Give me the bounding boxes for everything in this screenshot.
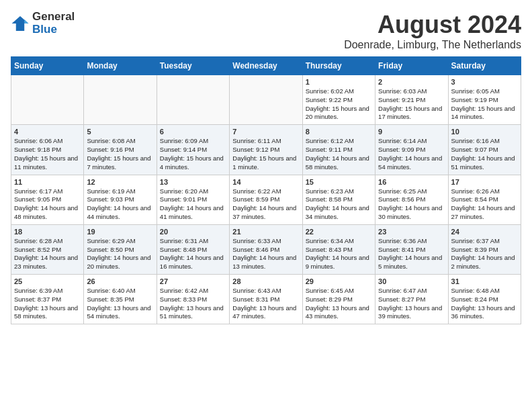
day-cell	[157, 75, 229, 125]
day-number: 27	[160, 277, 226, 285]
day-info: Sunrise: 6:37 AM Sunset: 8:39 PM Dayligh…	[451, 237, 518, 271]
day-info: Sunrise: 6:45 AM Sunset: 8:29 PM Dayligh…	[306, 287, 372, 321]
title-area: August 2024 Doenrade, Limburg, The Nethe…	[344, 11, 521, 51]
calendar-header: SundayMondayTuesdayWednesdayThursdayFrid…	[11, 57, 521, 75]
day-cell: 5Sunrise: 6:08 AM Sunset: 9:16 PM Daylig…	[84, 125, 157, 175]
day-cell: 8Sunrise: 6:12 AM Sunset: 9:11 PM Daylig…	[302, 125, 375, 175]
day-cell: 12Sunrise: 6:19 AM Sunset: 9:03 PM Dayli…	[84, 175, 157, 224]
day-cell: 17Sunrise: 6:26 AM Sunset: 8:54 PM Dayli…	[448, 175, 521, 224]
week-row-3: 11Sunrise: 6:17 AM Sunset: 9:05 PM Dayli…	[11, 175, 521, 224]
header-row: SundayMondayTuesdayWednesdayThursdayFrid…	[11, 57, 521, 75]
day-cell: 28Sunrise: 6:43 AM Sunset: 8:31 PM Dayli…	[230, 275, 302, 324]
day-number: 5	[87, 128, 153, 136]
day-cell	[230, 75, 302, 125]
page-header: General Blue August 2024 Doenrade, Limbu…	[11, 11, 521, 51]
day-info: Sunrise: 6:03 AM Sunset: 9:21 PM Dayligh…	[378, 87, 445, 122]
day-info: Sunrise: 6:40 AM Sunset: 8:35 PM Dayligh…	[87, 287, 153, 321]
header-cell-saturday: Saturday	[448, 57, 521, 75]
day-cell: 16Sunrise: 6:25 AM Sunset: 8:56 PM Dayli…	[375, 175, 448, 224]
day-info: Sunrise: 6:06 AM Sunset: 9:18 PM Dayligh…	[14, 137, 81, 171]
day-cell: 21Sunrise: 6:33 AM Sunset: 8:46 PM Dayli…	[230, 224, 302, 274]
day-info: Sunrise: 6:20 AM Sunset: 9:01 PM Dayligh…	[160, 187, 226, 222]
day-number: 6	[160, 128, 226, 136]
logo-general-text: General	[32, 11, 75, 24]
main-title: August 2024	[344, 11, 521, 39]
calendar-body: 1Sunrise: 6:02 AM Sunset: 9:22 PM Daylig…	[11, 75, 521, 324]
day-number: 26	[87, 277, 153, 285]
day-info: Sunrise: 6:11 AM Sunset: 9:12 PM Dayligh…	[232, 137, 299, 171]
day-cell: 23Sunrise: 6:36 AM Sunset: 8:41 PM Dayli…	[375, 224, 448, 274]
day-number: 17	[451, 178, 518, 186]
day-info: Sunrise: 6:26 AM Sunset: 8:54 PM Dayligh…	[451, 187, 518, 222]
day-number: 22	[306, 228, 372, 236]
day-number: 15	[306, 178, 372, 186]
week-row-1: 1Sunrise: 6:02 AM Sunset: 9:22 PM Daylig…	[11, 75, 521, 125]
day-number: 18	[14, 228, 81, 236]
header-cell-thursday: Thursday	[302, 57, 375, 75]
header-cell-tuesday: Tuesday	[157, 57, 229, 75]
day-number: 3	[451, 78, 518, 86]
logo-blue-text: Blue	[32, 24, 75, 36]
day-info: Sunrise: 6:22 AM Sunset: 8:59 PM Dayligh…	[232, 187, 299, 222]
day-cell: 26Sunrise: 6:40 AM Sunset: 8:35 PM Dayli…	[84, 275, 157, 324]
day-cell	[84, 75, 157, 125]
day-cell: 18Sunrise: 6:28 AM Sunset: 8:52 PM Dayli…	[11, 224, 84, 274]
day-info: Sunrise: 6:48 AM Sunset: 8:24 PM Dayligh…	[451, 287, 518, 321]
day-info: Sunrise: 6:08 AM Sunset: 9:16 PM Dayligh…	[87, 137, 153, 171]
week-row-4: 18Sunrise: 6:28 AM Sunset: 8:52 PM Dayli…	[11, 224, 521, 274]
day-cell: 7Sunrise: 6:11 AM Sunset: 9:12 PM Daylig…	[230, 125, 302, 175]
day-number: 19	[87, 228, 153, 236]
day-number: 31	[451, 277, 518, 285]
svg-marker-1	[24, 19, 28, 23]
calendar-table: SundayMondayTuesdayWednesdayThursdayFrid…	[11, 56, 521, 324]
day-number: 14	[232, 178, 299, 186]
day-info: Sunrise: 6:31 AM Sunset: 8:48 PM Dayligh…	[160, 237, 226, 271]
day-cell: 24Sunrise: 6:37 AM Sunset: 8:39 PM Dayli…	[448, 224, 521, 274]
day-info: Sunrise: 6:16 AM Sunset: 9:07 PM Dayligh…	[451, 137, 518, 171]
day-info: Sunrise: 6:47 AM Sunset: 8:27 PM Dayligh…	[378, 287, 445, 321]
day-info: Sunrise: 6:14 AM Sunset: 9:09 PM Dayligh…	[378, 137, 445, 171]
day-cell: 13Sunrise: 6:20 AM Sunset: 9:01 PM Dayli…	[157, 175, 229, 224]
subtitle: Doenrade, Limburg, The Netherlands	[344, 39, 521, 51]
day-number: 9	[378, 128, 445, 136]
day-number: 7	[232, 128, 299, 136]
day-info: Sunrise: 6:34 AM Sunset: 8:43 PM Dayligh…	[306, 237, 372, 271]
day-number: 13	[160, 178, 226, 186]
logo-icon	[11, 14, 30, 33]
day-cell: 14Sunrise: 6:22 AM Sunset: 8:59 PM Dayli…	[230, 175, 302, 224]
day-info: Sunrise: 6:42 AM Sunset: 8:33 PM Dayligh…	[160, 287, 226, 321]
day-number: 28	[232, 277, 299, 285]
day-cell: 19Sunrise: 6:29 AM Sunset: 8:50 PM Dayli…	[84, 224, 157, 274]
day-number: 11	[14, 178, 81, 186]
header-cell-wednesday: Wednesday	[230, 57, 302, 75]
day-info: Sunrise: 6:17 AM Sunset: 9:05 PM Dayligh…	[14, 187, 81, 222]
day-cell: 2Sunrise: 6:03 AM Sunset: 9:21 PM Daylig…	[375, 75, 448, 125]
day-info: Sunrise: 6:05 AM Sunset: 9:19 PM Dayligh…	[451, 87, 518, 122]
day-number: 24	[451, 228, 518, 236]
week-row-2: 4Sunrise: 6:06 AM Sunset: 9:18 PM Daylig…	[11, 125, 521, 175]
day-number: 16	[378, 178, 445, 186]
day-cell: 22Sunrise: 6:34 AM Sunset: 8:43 PM Dayli…	[302, 224, 375, 274]
day-number: 23	[378, 228, 445, 236]
day-cell: 9Sunrise: 6:14 AM Sunset: 9:09 PM Daylig…	[375, 125, 448, 175]
day-info: Sunrise: 6:23 AM Sunset: 8:58 PM Dayligh…	[306, 187, 372, 222]
day-number: 8	[306, 128, 372, 136]
day-info: Sunrise: 6:29 AM Sunset: 8:50 PM Dayligh…	[87, 237, 153, 271]
day-cell: 10Sunrise: 6:16 AM Sunset: 9:07 PM Dayli…	[448, 125, 521, 175]
day-cell: 15Sunrise: 6:23 AM Sunset: 8:58 PM Dayli…	[302, 175, 375, 224]
day-number: 25	[14, 277, 81, 285]
day-info: Sunrise: 6:36 AM Sunset: 8:41 PM Dayligh…	[378, 237, 445, 271]
day-info: Sunrise: 6:02 AM Sunset: 9:22 PM Dayligh…	[306, 87, 372, 122]
day-number: 4	[14, 128, 81, 136]
day-number: 20	[160, 228, 226, 236]
day-cell: 3Sunrise: 6:05 AM Sunset: 9:19 PM Daylig…	[448, 75, 521, 125]
day-info: Sunrise: 6:39 AM Sunset: 8:37 PM Dayligh…	[14, 287, 81, 321]
day-number: 30	[378, 277, 445, 285]
day-number: 1	[306, 78, 372, 86]
logo: General Blue	[11, 11, 75, 36]
day-number: 12	[87, 178, 153, 186]
day-cell: 27Sunrise: 6:42 AM Sunset: 8:33 PM Dayli…	[157, 275, 229, 324]
day-cell: 6Sunrise: 6:09 AM Sunset: 9:14 PM Daylig…	[157, 125, 229, 175]
day-cell	[11, 75, 84, 125]
day-cell: 20Sunrise: 6:31 AM Sunset: 8:48 PM Dayli…	[157, 224, 229, 274]
